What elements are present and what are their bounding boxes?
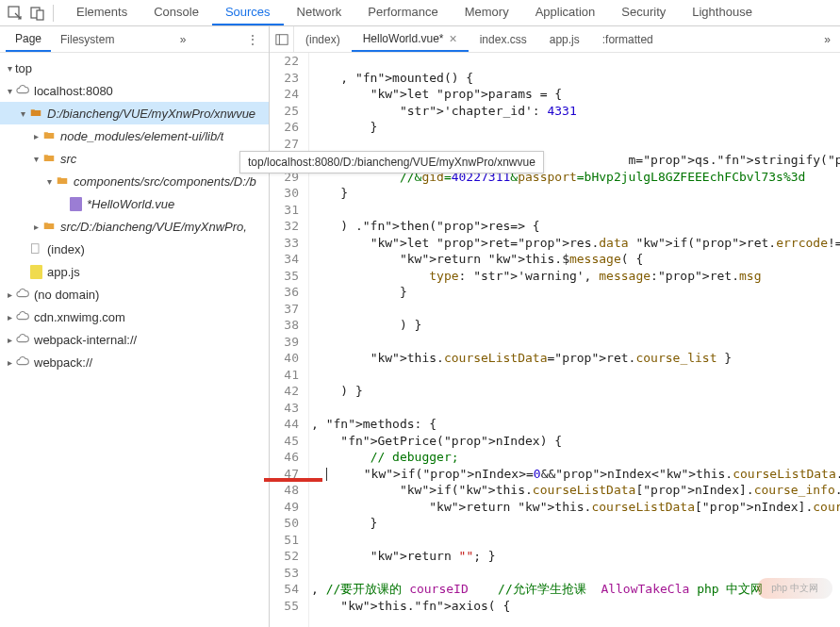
cloud-icon xyxy=(15,309,30,324)
device-toggle-icon[interactable] xyxy=(26,2,49,25)
tab-network[interactable]: Network xyxy=(284,0,355,25)
tree-components[interactable]: ▾ components/src/components/D:/b xyxy=(0,170,269,192)
tree-webpack-internal[interactable]: ▸ webpack-internal:// xyxy=(0,328,269,351)
svg-rect-3 xyxy=(32,244,40,254)
folder-icon xyxy=(41,128,57,143)
editor-tab-helloworld[interactable]: HelloWorld.vue*× xyxy=(352,26,469,52)
tree-cdn[interactable]: ▸ cdn.xnwimg.com xyxy=(0,305,269,328)
breakpoint-marker xyxy=(264,478,322,482)
tree-nodomain[interactable]: ▸ (no domain) xyxy=(0,283,269,305)
inspect-icon[interactable] xyxy=(4,2,26,25)
tree-node-modules[interactable]: ▸ node_modules/element-ui/lib/t xyxy=(0,124,269,147)
tree-index[interactable]: (index) xyxy=(0,238,269,260)
code-editor[interactable]: 22 23 24 25 26 27 28 29 30 31 32 33 34 3… xyxy=(270,53,840,627)
cloud-icon xyxy=(15,332,30,347)
panel-tabs: Elements Console Sources Network Perform… xyxy=(63,0,766,25)
editor-tab-index[interactable]: (index) xyxy=(294,26,352,52)
sidebar-tab-page[interactable]: Page xyxy=(6,26,51,52)
file-tree: ▾ top ▾ localhost:8080 ▾ D:/biancheng/VU… xyxy=(0,53,269,627)
cloud-icon xyxy=(15,355,30,370)
close-icon[interactable]: × xyxy=(450,31,457,46)
js-file-icon xyxy=(28,264,43,279)
svg-rect-2 xyxy=(37,10,43,20)
devtools-topbar: Elements Console Sources Network Perform… xyxy=(0,0,840,26)
tree-helloworld-vue[interactable]: *HelloWorld.vue xyxy=(0,192,269,215)
folder-icon xyxy=(41,219,57,234)
tab-elements[interactable]: Elements xyxy=(63,0,140,25)
folder-icon xyxy=(41,151,57,166)
tab-application[interactable]: Application xyxy=(522,0,609,25)
tree-src[interactable]: ▾ src xyxy=(0,147,269,170)
editor-tab-indexcss[interactable]: index.css xyxy=(469,26,538,52)
folder-icon xyxy=(55,173,70,189)
sources-sidebar: Page Filesystem » ⋮ ▾ top ▾ localhost:80… xyxy=(0,26,270,627)
folder-icon xyxy=(28,106,43,121)
tab-lighthouse[interactable]: Lighthouse xyxy=(679,0,766,25)
tab-console[interactable]: Console xyxy=(140,0,212,25)
vue-file-icon xyxy=(68,196,83,211)
svg-rect-4 xyxy=(275,34,287,44)
tree-project-folder[interactable]: ▾ D:/biancheng/VUE/myXnwPro/xnwvue xyxy=(0,102,269,124)
code-content[interactable]: , "fn">mounted() { "kw">let "prop">param… xyxy=(309,53,840,627)
tab-performance[interactable]: Performance xyxy=(354,0,451,25)
tree-appjs[interactable]: app.js xyxy=(0,260,269,283)
path-tooltip: top/localhost:8080/D:/biancheng/VUE/myXn… xyxy=(239,151,544,173)
tab-memory[interactable]: Memory xyxy=(452,0,522,25)
more-tabs-icon[interactable]: » xyxy=(815,33,840,46)
tree-webpack[interactable]: ▸ webpack:// xyxy=(0,351,269,373)
file-icon xyxy=(28,241,43,256)
sidebar-toggle-icon[interactable] xyxy=(270,26,294,52)
tree-src-path[interactable]: ▸ src/D:/biancheng/VUE/myXnwPro, xyxy=(0,215,269,238)
tree-host[interactable]: ▾ localhost:8080 xyxy=(0,79,269,102)
cloud-icon xyxy=(15,83,30,98)
editor-panel: (index) HelloWorld.vue*× index.css app.j… xyxy=(270,26,840,627)
editor-tab-appjs[interactable]: app.js xyxy=(538,26,591,52)
kebab-menu-icon[interactable]: ⋮ xyxy=(242,33,263,46)
tab-sources[interactable]: Sources xyxy=(212,0,284,25)
more-tabs-icon[interactable]: » xyxy=(173,33,193,46)
cloud-icon xyxy=(15,287,30,302)
tab-security[interactable]: Security xyxy=(608,0,679,25)
tree-top[interactable]: ▾ top xyxy=(0,57,269,79)
sidebar-tab-filesystem[interactable]: Filesystem xyxy=(51,26,124,52)
watermark: php 中文网 xyxy=(757,578,832,599)
line-gutter[interactable]: 22 23 24 25 26 27 28 29 30 31 32 33 34 3… xyxy=(270,53,309,627)
editor-tab-formatted[interactable]: :formatted xyxy=(591,26,665,52)
